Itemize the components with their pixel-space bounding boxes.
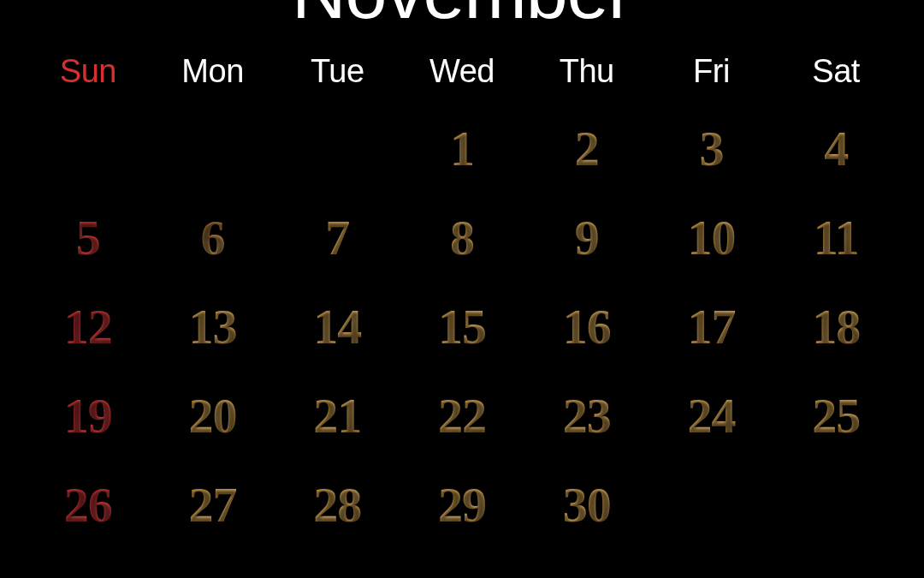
date-cell: 29 <box>400 480 524 530</box>
date-cell: 2 <box>524 124 649 174</box>
date-cell: 1 <box>400 124 524 174</box>
date-cell: 10 <box>649 213 774 263</box>
date-cell: 5 <box>26 213 151 263</box>
date-cell: 30 <box>524 480 649 530</box>
date-cell: 16 <box>524 302 649 352</box>
date-cell: 19 <box>26 391 151 441</box>
date-cell: 9 <box>524 213 649 263</box>
day-header-row: Sun Mon Tue Wed Thu Fri Sat <box>26 53 898 90</box>
month-title: November <box>0 0 924 36</box>
day-header-mon: Mon <box>151 53 275 90</box>
date-cell: 28 <box>275 480 400 530</box>
day-header-fri: Fri <box>649 53 774 90</box>
day-header-sat: Sat <box>773 53 898 90</box>
day-header-wed: Wed <box>400 53 524 90</box>
calendar: Sun Mon Tue Wed Thu Fri Sat 1 2 3 4 5 6 … <box>26 53 898 530</box>
date-cell: 18 <box>773 302 898 352</box>
date-cell: 21 <box>275 391 400 441</box>
date-cell: 17 <box>649 302 774 352</box>
date-cell: 3 <box>649 124 774 174</box>
date-cell: 8 <box>400 213 524 263</box>
date-cell: 7 <box>275 213 400 263</box>
day-header-sun: Sun <box>26 53 151 90</box>
date-cell: 4 <box>773 124 898 174</box>
date-cell: 24 <box>649 391 774 441</box>
date-cell: 27 <box>151 480 275 530</box>
date-cell: 11 <box>773 213 898 263</box>
date-cell: 14 <box>275 302 400 352</box>
date-cell: 25 <box>773 391 898 441</box>
date-cell: 22 <box>400 391 524 441</box>
date-cell: 26 <box>26 480 151 530</box>
date-cell: 20 <box>151 391 275 441</box>
day-header-thu: Thu <box>524 53 649 90</box>
date-cell: 13 <box>151 302 275 352</box>
dates-grid: 1 2 3 4 5 6 7 8 9 10 11 12 13 14 15 16 1… <box>26 124 898 530</box>
date-cell: 6 <box>151 213 275 263</box>
date-cell: 12 <box>26 302 151 352</box>
day-header-tue: Tue <box>275 53 400 90</box>
date-cell: 15 <box>400 302 524 352</box>
date-cell: 23 <box>524 391 649 441</box>
